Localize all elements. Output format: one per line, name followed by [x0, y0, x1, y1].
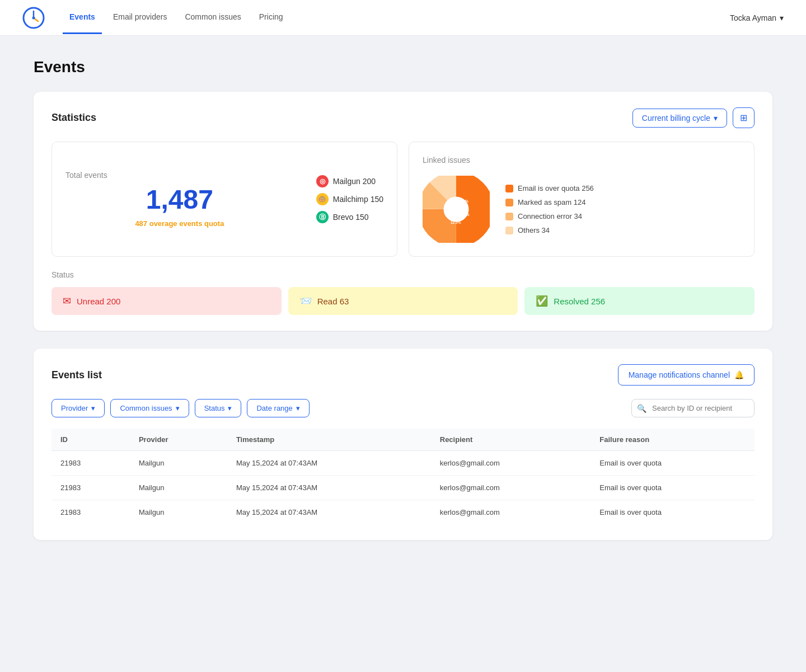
overage-text: overage events quota: [149, 219, 224, 228]
manage-label: Manage notifications channel: [629, 370, 730, 379]
status-section: Status ✉ Unread 200 📨 Read 63 ✅ Resolved…: [51, 270, 755, 315]
provider-filter[interactable]: Provider ▾: [51, 399, 105, 417]
events-list-title: Events list: [51, 369, 102, 381]
linked-issues-title: Linked issues: [423, 156, 741, 165]
provider-filter-label: Provider: [61, 404, 88, 412]
unread-label: Unread 200: [77, 297, 120, 306]
date-range-filter[interactable]: Date range ▾: [247, 399, 309, 417]
legend-label-quota: Email is over quota 256: [518, 184, 594, 192]
logo[interactable]: [22, 7, 45, 29]
user-menu[interactable]: Tocka Ayman ▾: [730, 13, 784, 22]
stats-header: Statistics Current billing cycle ▾ ⊞: [51, 107, 755, 128]
cell-recipient: kerlos@gmail.com: [431, 476, 591, 500]
status-filter-chevron: ▾: [228, 404, 232, 412]
linked-issues-content: 50% 25% 12.5% 12.5% Email is over quota …: [423, 176, 741, 243]
brevo-icon: Ⓑ: [316, 211, 329, 223]
provider-brevo: Ⓑ Brevo 150: [316, 211, 383, 223]
date-range-label: Date range: [256, 404, 292, 412]
legend-spam: Marked as spam 124: [505, 198, 594, 206]
cell-failure: Email is over quota: [591, 451, 755, 476]
brevo-label: Brevo 150: [333, 213, 369, 222]
cell-timestamp: May 15,2024 at 07:43AM: [227, 476, 431, 500]
mailgun-icon: ◎: [316, 175, 329, 187]
nav-email-providers[interactable]: Email providers: [106, 1, 174, 34]
events-table: ID Provider Timestamp Recipient Failure …: [51, 429, 755, 524]
table-row[interactable]: 21983 Mailgun May 15,2024 at 07:43AM ker…: [51, 500, 755, 525]
status-read[interactable]: 📨 Read 63: [288, 287, 518, 315]
billing-cycle-button[interactable]: Current billing cycle ▾: [632, 109, 727, 128]
svg-text:12.5%: 12.5%: [459, 213, 470, 217]
status-bars: ✉ Unread 200 📨 Read 63 ✅ Resolved 256: [51, 287, 755, 315]
common-issues-filter-label: Common issues: [120, 404, 172, 412]
mailchimp-icon: 🐵: [316, 193, 329, 205]
svg-text:12.5%: 12.5%: [451, 220, 461, 224]
filters-bar: Provider ▾ Common issues ▾ Status ▾ Date…: [51, 399, 755, 417]
col-provider: Provider: [130, 429, 227, 451]
total-events-panel: Total events 1,487 487 overage events qu…: [51, 142, 397, 257]
resolved-label: Resolved 256: [554, 297, 605, 306]
search-box: 🔍: [631, 399, 755, 417]
nav-events[interactable]: Events: [63, 1, 102, 34]
cell-timestamp: May 15,2024 at 07:43AM: [227, 500, 431, 525]
cell-provider: Mailgun: [130, 476, 227, 500]
legend-label-spam: Marked as spam 124: [518, 198, 585, 206]
legend-label-others: Others 34: [518, 226, 550, 234]
search-icon: 🔍: [637, 404, 646, 413]
page-title: Events: [34, 58, 772, 76]
table-row[interactable]: 21983 Mailgun May 15,2024 at 07:43AM ker…: [51, 451, 755, 476]
nav-common-issues[interactable]: Common issues: [178, 1, 247, 34]
unread-icon: ✉: [63, 295, 71, 307]
billing-cycle-label: Current billing cycle: [642, 114, 710, 123]
legend-dot-others: [505, 227, 513, 234]
table-row[interactable]: 21983 Mailgun May 15,2024 at 07:43AM ker…: [51, 476, 755, 500]
status-resolved[interactable]: ✅ Resolved 256: [524, 287, 755, 315]
col-timestamp: Timestamp: [227, 429, 431, 451]
main-content: Events Statistics Current billing cycle …: [0, 36, 806, 562]
manage-notifications-button[interactable]: Manage notifications channel 🔔: [618, 364, 755, 386]
search-input[interactable]: [631, 399, 755, 417]
statistics-card: Statistics Current billing cycle ▾ ⊞ Tot…: [34, 92, 772, 331]
cell-id: 21983: [51, 476, 130, 500]
stats-panels: Total events 1,487 487 overage events qu…: [51, 142, 755, 257]
provider-filter-chevron: ▾: [91, 404, 95, 412]
expand-button[interactable]: ⊞: [733, 107, 755, 128]
status-title: Status: [51, 270, 755, 279]
overage-label: 487 overage events quota: [65, 219, 294, 228]
legend-email-quota: Email is over quota 256: [505, 184, 594, 192]
svg-text:25%: 25%: [461, 199, 469, 203]
legend-label-connection: Connection error 34: [518, 212, 582, 220]
legend-dot-connection: [505, 213, 513, 220]
events-list-header: Events list Manage notifications channel…: [51, 364, 755, 386]
nav-pricing[interactable]: Pricing: [252, 1, 290, 34]
col-failure: Failure reason: [591, 429, 755, 451]
legend-connection: Connection error 34: [505, 212, 594, 220]
mailchimp-label: Mailchimp 150: [333, 195, 383, 204]
table-head: ID Provider Timestamp Recipient Failure …: [51, 429, 755, 451]
legend: Email is over quota 256 Marked as spam 1…: [505, 184, 594, 234]
nav-links: Events Email providers Common issues Pri…: [63, 1, 730, 34]
table-body: 21983 Mailgun May 15,2024 at 07:43AM ker…: [51, 451, 755, 525]
cell-id: 21983: [51, 500, 130, 525]
svg-text:50%: 50%: [446, 208, 455, 213]
common-issues-filter[interactable]: Common issues ▾: [110, 399, 189, 417]
events-list-card: Events list Manage notifications channel…: [34, 349, 772, 540]
resolved-icon: ✅: [536, 295, 548, 307]
bell-icon: 🔔: [734, 370, 744, 379]
expand-icon: ⊞: [740, 112, 747, 123]
common-issues-chevron: ▾: [176, 404, 180, 412]
legend-others: Others 34: [505, 226, 594, 234]
chevron-down-icon: ▾: [780, 13, 784, 22]
cell-recipient: kerlos@gmail.com: [431, 451, 591, 476]
status-filter[interactable]: Status ▾: [195, 399, 242, 417]
overage-number: 487: [135, 219, 147, 228]
cell-provider: Mailgun: [130, 451, 227, 476]
status-unread[interactable]: ✉ Unread 200: [51, 287, 282, 315]
pie-chart: 50% 25% 12.5% 12.5%: [423, 176, 490, 243]
statistics-title: Statistics: [51, 112, 96, 124]
read-label: Read 63: [317, 297, 349, 306]
provider-list: ◎ Mailgun 200 🐵 Mailchimp 150 Ⓑ Brevo 15…: [316, 175, 383, 223]
cell-failure: Email is over quota: [591, 476, 755, 500]
status-filter-label: Status: [204, 404, 225, 412]
col-id: ID: [51, 429, 130, 451]
read-icon: 📨: [299, 295, 312, 307]
